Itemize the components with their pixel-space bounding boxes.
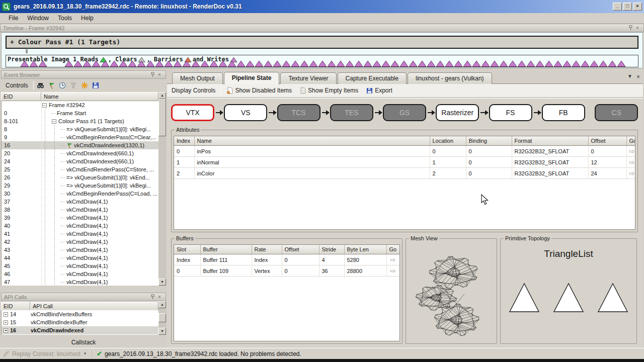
attribute-row[interactable]: 1inNormal10R32G32B32_SFLOAT12⇨ — [174, 157, 635, 168]
column-header-offset[interactable]: Offset — [588, 136, 626, 146]
time-icon[interactable] — [58, 81, 67, 89]
tab-capture-executable[interactable]: Capture Executable — [338, 72, 407, 84]
scroll-up-icon[interactable]: ▲ — [158, 92, 166, 99]
column-header-location[interactable]: Location — [430, 136, 466, 146]
column-header-eid[interactable]: EID — [1, 302, 30, 311]
event-row[interactable]: 24vkCmdDrawIndexed(660,1) — [2, 157, 158, 165]
api-calls-scrollbar[interactable]: ▲ ▼ — [158, 301, 166, 335]
event-row[interactable]: 45vkCmdDraw(4,1) — [2, 262, 158, 270]
chevron-down-icon[interactable]: ▼ — [83, 351, 87, 356]
timeline-event-strip[interactable]: Presentable Image 1 Reads , Clears , Bar… — [6, 55, 638, 67]
tree-expander-icon[interactable]: + — [4, 320, 8, 325]
pipeline-stage-rasterizer[interactable]: Rasterizer — [436, 104, 479, 121]
go-arrow-icon[interactable]: ⇨ — [386, 265, 399, 277]
column-header-binding[interactable]: Binding — [466, 136, 512, 146]
menu-window[interactable]: Window — [23, 13, 53, 23]
event-row[interactable]: 9vkCmdBeginRenderPass(C=Clear,... — [2, 133, 158, 141]
close-icon[interactable]: × — [633, 3, 642, 11]
attribute-row[interactable]: 2inColor20R32G32B32_SFLOAT24⇨ — [174, 168, 635, 179]
tab-linuxhost-gears-vulkan-[interactable]: linuxhost - gears (Vulkan) — [408, 72, 492, 84]
column-header-name[interactable]: Name — [41, 92, 158, 101]
menu-tools[interactable]: Tools — [53, 13, 76, 23]
event-triangle-group[interactable] — [20, 60, 47, 67]
column-header-api-call[interactable]: API Call — [30, 302, 158, 311]
column-header-format[interactable]: Format — [512, 136, 588, 146]
event-row[interactable]: 47vkCmdDraw(4,1) — [2, 278, 158, 286]
column-header-slot[interactable]: Slot — [174, 245, 200, 254]
pipeline-stage-cs[interactable]: CS — [595, 104, 638, 121]
event-row[interactable]: 8=> vkQueueSubmit(1)[0]: vkBegi... — [2, 125, 158, 133]
replay-context-label[interactable]: Replay Context: linuxhost — [12, 350, 80, 357]
column-header-eid[interactable]: EID — [1, 92, 41, 101]
buffer-row[interactable]: IndexBuffer 111Index045280⇨ — [174, 254, 399, 265]
event-row[interactable]: 43vkCmdDraw(4,1) — [2, 246, 158, 254]
event-row[interactable]: 8-101−Colour Pass #1 (1 Targets) — [2, 117, 158, 125]
pipeline-stage-gs[interactable]: GS — [383, 104, 426, 121]
attribute-row[interactable]: 0inPos00R32G32B32_SFLOAT0⇨ — [174, 146, 635, 157]
event-list-scrollbar[interactable]: ▲ ▼ — [158, 92, 166, 286]
event-row[interactable]: 40vkCmdDraw(4,1) — [2, 222, 158, 230]
tree-expander-icon[interactable]: − — [42, 103, 47, 108]
pipeline-stage-tes[interactable]: TES — [330, 104, 373, 121]
close-icon[interactable]: × — [156, 294, 163, 300]
tab-list-dropdown-icon[interactable]: ▼ — [627, 73, 632, 80]
event-row[interactable]: 44vkCmdDraw(4,1) — [2, 254, 158, 262]
menu-file[interactable]: File — [4, 13, 23, 23]
event-row[interactable]: 37vkCmdDraw(4,1) — [2, 198, 158, 206]
event-row[interactable]: 26=> vkQueueSubmit(1)[0]: vkEnd... — [2, 173, 158, 182]
maximize-icon[interactable]: □ — [623, 3, 632, 11]
go-arrow-icon[interactable]: ⇨ — [386, 254, 399, 265]
timeline-pass-bar[interactable]: + Colour Pass #1 (1 Targets) — [6, 36, 638, 49]
scroll-down-icon[interactable]: ▼ — [158, 328, 166, 335]
event-row[interactable]: −Frame #32942 — [2, 101, 158, 109]
show-empty-items-button[interactable]: Show Empty Items — [297, 86, 361, 95]
tree-expander-icon[interactable]: + — [4, 328, 8, 333]
event-row[interactable]: 39vkCmdDraw(4,1) — [2, 214, 158, 222]
close-icon[interactable]: × — [156, 72, 163, 78]
buffer-row[interactable]: 0Buffer 109Vertex03628800⇨ — [174, 265, 399, 277]
scroll-up-icon[interactable]: ▲ — [158, 301, 166, 308]
column-header-name[interactable]: Name — [194, 136, 430, 146]
show-disabled-items-button[interactable]: Show Disabled Items — [224, 86, 294, 95]
column-header-rate[interactable]: Rate — [252, 245, 282, 254]
event-row[interactable]: 16vkCmdDrawIndexed(1320,1) — [2, 141, 158, 149]
tab-mesh-output[interactable]: Mesh Output — [172, 72, 223, 84]
display-controls-button[interactable]: Display Controls — [169, 86, 218, 95]
column-header-go[interactable]: Go — [626, 136, 635, 146]
event-row[interactable]: 0Frame Start — [2, 109, 158, 117]
api-call-row[interactable]: +16vkCmdDrawIndexed — [2, 326, 158, 334]
column-header-index[interactable]: Index — [174, 136, 194, 146]
event-row[interactable]: 25vkCmdEndRenderPass(C=Store, ... — [2, 165, 158, 173]
callstack-tab[interactable]: Callstack — [1, 339, 166, 346]
event-row[interactable]: 38vkCmdDraw(4,1) — [2, 206, 158, 214]
pipeline-stage-vtx[interactable]: VTX — [171, 104, 214, 121]
event-row[interactable]: 29=> vkQueueSubmit(1)[0]: vkBegi... — [2, 182, 158, 190]
column-header-buffer[interactable]: Buffer — [200, 245, 252, 254]
event-row[interactable]: 30vkCmdBeginRenderPass(C=Load, ... — [2, 190, 158, 198]
controls-button[interactable]: Controls — [3, 80, 31, 90]
save-icon[interactable] — [92, 81, 100, 89]
column-header-stride[interactable]: Stride — [319, 245, 344, 254]
go-arrow-icon[interactable]: ⇨ — [626, 157, 635, 168]
event-row[interactable]: 20vkCmdDrawIndexed(660,1) — [2, 149, 158, 157]
tab-texture-viewer[interactable]: Texture Viewer — [280, 72, 336, 84]
scrollbar-thumb[interactable] — [158, 313, 166, 322]
export-button[interactable]: Export — [364, 86, 395, 95]
tree-expander-icon[interactable]: + — [4, 312, 8, 317]
tree-expander-icon[interactable]: − — [52, 119, 56, 124]
event-row[interactable]: 41vkCmdDraw(4,1) — [2, 230, 158, 238]
pipeline-stage-vs[interactable]: VS — [224, 104, 267, 121]
api-call-row[interactable]: +14vkCmdBindVertexBuffers — [2, 310, 158, 318]
goto-event-flag-icon[interactable] — [47, 81, 56, 89]
pipeline-stage-fs[interactable]: FS — [489, 104, 532, 121]
pipeline-stage-tcs[interactable]: TCS — [277, 104, 320, 121]
scroll-down-icon[interactable]: ▼ — [158, 279, 166, 286]
event-row[interactable]: 42vkCmdDraw(4,1) — [2, 238, 158, 246]
go-arrow-icon[interactable]: ⇨ — [626, 168, 635, 179]
column-header-offset[interactable]: Offset — [282, 245, 319, 254]
column-header-go[interactable]: Go — [386, 245, 399, 254]
pin-icon[interactable] — [149, 72, 156, 78]
column-header-byte-len[interactable]: Byte Len — [344, 245, 386, 254]
scrollbar-thumb[interactable] — [158, 99, 166, 136]
find-icon[interactable] — [36, 81, 45, 89]
